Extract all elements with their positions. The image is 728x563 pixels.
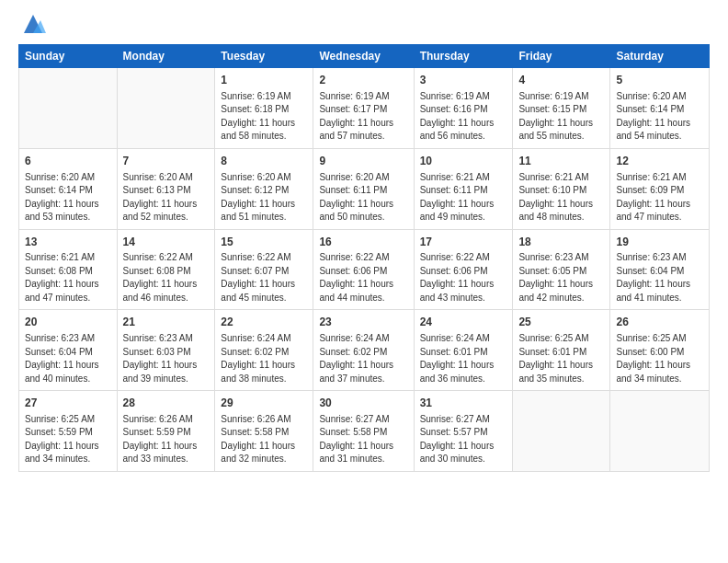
- day-number: 21: [123, 315, 210, 330]
- week-row-1: 1Sunrise: 6:19 AM Sunset: 6:18 PM Daylig…: [19, 68, 710, 149]
- day-cell: 8Sunrise: 6:20 AM Sunset: 6:12 PM Daylig…: [215, 148, 313, 229]
- day-number: 29: [221, 396, 307, 411]
- day-info: Sunrise: 6:20 AM Sunset: 6:14 PM Dayligh…: [616, 90, 703, 144]
- day-cell: 9Sunrise: 6:20 AM Sunset: 6:11 PM Daylig…: [313, 148, 414, 229]
- day-number: 23: [319, 315, 407, 330]
- weekday-header-row: Sunday Monday Tuesday Wednesday Thursday…: [19, 45, 710, 68]
- day-number: 31: [420, 396, 507, 411]
- day-cell: 3Sunrise: 6:19 AM Sunset: 6:16 PM Daylig…: [414, 68, 513, 149]
- week-row-5: 27Sunrise: 6:25 AM Sunset: 5:59 PM Dayli…: [19, 391, 710, 472]
- day-cell: 10Sunrise: 6:21 AM Sunset: 6:11 PM Dayli…: [414, 148, 513, 229]
- day-number: 14: [123, 235, 210, 250]
- day-info: Sunrise: 6:27 AM Sunset: 5:58 PM Dayligh…: [319, 413, 407, 466]
- day-info: Sunrise: 6:27 AM Sunset: 5:57 PM Dayligh…: [420, 413, 507, 466]
- header-friday: Friday: [513, 45, 610, 68]
- header: [18, 15, 710, 37]
- header-tuesday: Tuesday: [215, 45, 313, 68]
- day-info: Sunrise: 6:22 AM Sunset: 6:08 PM Dayligh…: [123, 251, 210, 304]
- day-cell: 31Sunrise: 6:27 AM Sunset: 5:57 PM Dayli…: [414, 391, 513, 472]
- day-cell: 19Sunrise: 6:23 AM Sunset: 6:04 PM Dayli…: [610, 229, 710, 310]
- day-number: 12: [616, 154, 703, 169]
- day-info: Sunrise: 6:21 AM Sunset: 6:10 PM Dayligh…: [518, 171, 604, 224]
- day-cell: 14Sunrise: 6:22 AM Sunset: 6:08 PM Dayli…: [117, 229, 215, 310]
- day-info: Sunrise: 6:19 AM Sunset: 6:17 PM Dayligh…: [319, 90, 407, 144]
- day-info: Sunrise: 6:22 AM Sunset: 6:06 PM Dayligh…: [319, 251, 407, 304]
- day-number: 3: [420, 73, 507, 88]
- week-row-3: 13Sunrise: 6:21 AM Sunset: 6:08 PM Dayli…: [19, 229, 710, 310]
- day-info: Sunrise: 6:19 AM Sunset: 6:18 PM Dayligh…: [221, 90, 307, 144]
- day-number: 1: [221, 73, 307, 88]
- day-cell: 4Sunrise: 6:19 AM Sunset: 6:15 PM Daylig…: [513, 68, 610, 149]
- day-cell: 16Sunrise: 6:22 AM Sunset: 6:06 PM Dayli…: [313, 229, 414, 310]
- day-info: Sunrise: 6:20 AM Sunset: 6:13 PM Dayligh…: [123, 171, 210, 224]
- day-number: 24: [420, 315, 507, 330]
- day-cell: 5Sunrise: 6:20 AM Sunset: 6:14 PM Daylig…: [610, 68, 710, 149]
- day-info: Sunrise: 6:23 AM Sunset: 6:04 PM Dayligh…: [25, 332, 111, 385]
- header-sunday: Sunday: [19, 45, 118, 68]
- day-info: Sunrise: 6:19 AM Sunset: 6:16 PM Dayligh…: [420, 90, 507, 144]
- day-info: Sunrise: 6:22 AM Sunset: 6:06 PM Dayligh…: [420, 251, 507, 304]
- day-cell: [513, 391, 610, 472]
- day-info: Sunrise: 6:23 AM Sunset: 6:05 PM Dayligh…: [518, 251, 604, 304]
- day-number: 22: [221, 315, 307, 330]
- day-number: 4: [518, 73, 604, 88]
- day-cell: 7Sunrise: 6:20 AM Sunset: 6:13 PM Daylig…: [117, 148, 215, 229]
- day-number: 28: [123, 396, 210, 411]
- day-number: 10: [420, 154, 507, 169]
- day-number: 5: [616, 73, 703, 88]
- day-cell: 18Sunrise: 6:23 AM Sunset: 6:05 PM Dayli…: [513, 229, 610, 310]
- day-cell: 23Sunrise: 6:24 AM Sunset: 6:02 PM Dayli…: [313, 310, 414, 391]
- day-number: 16: [319, 235, 407, 250]
- day-info: Sunrise: 6:19 AM Sunset: 6:15 PM Dayligh…: [518, 90, 604, 144]
- day-cell: [117, 68, 215, 149]
- header-wednesday: Wednesday: [313, 45, 414, 68]
- day-cell: 21Sunrise: 6:23 AM Sunset: 6:03 PM Dayli…: [117, 310, 215, 391]
- day-cell: 20Sunrise: 6:23 AM Sunset: 6:04 PM Dayli…: [19, 310, 118, 391]
- day-info: Sunrise: 6:24 AM Sunset: 6:01 PM Dayligh…: [420, 332, 507, 385]
- day-cell: 30Sunrise: 6:27 AM Sunset: 5:58 PM Dayli…: [313, 391, 414, 472]
- header-saturday: Saturday: [610, 45, 710, 68]
- logo: [18, 15, 46, 37]
- day-number: 26: [616, 315, 703, 330]
- day-info: Sunrise: 6:20 AM Sunset: 6:12 PM Dayligh…: [221, 171, 307, 224]
- day-number: 8: [221, 154, 307, 169]
- day-cell: 28Sunrise: 6:26 AM Sunset: 5:59 PM Dayli…: [117, 391, 215, 472]
- day-info: Sunrise: 6:21 AM Sunset: 6:09 PM Dayligh…: [616, 171, 703, 224]
- day-cell: [610, 391, 710, 472]
- day-cell: 22Sunrise: 6:24 AM Sunset: 6:02 PM Dayli…: [215, 310, 313, 391]
- day-info: Sunrise: 6:23 AM Sunset: 6:03 PM Dayligh…: [123, 332, 210, 385]
- day-info: Sunrise: 6:24 AM Sunset: 6:02 PM Dayligh…: [221, 332, 307, 385]
- day-cell: 29Sunrise: 6:26 AM Sunset: 5:58 PM Dayli…: [215, 391, 313, 472]
- day-number: 2: [319, 73, 407, 88]
- page: Sunday Monday Tuesday Wednesday Thursday…: [0, 0, 728, 563]
- day-cell: 11Sunrise: 6:21 AM Sunset: 6:10 PM Dayli…: [513, 148, 610, 229]
- day-info: Sunrise: 6:25 AM Sunset: 5:59 PM Dayligh…: [25, 413, 111, 466]
- day-info: Sunrise: 6:22 AM Sunset: 6:07 PM Dayligh…: [221, 251, 307, 304]
- day-info: Sunrise: 6:20 AM Sunset: 6:14 PM Dayligh…: [25, 171, 111, 224]
- header-thursday: Thursday: [414, 45, 513, 68]
- day-info: Sunrise: 6:24 AM Sunset: 6:02 PM Dayligh…: [319, 332, 407, 385]
- calendar: Sunday Monday Tuesday Wednesday Thursday…: [18, 44, 710, 472]
- day-number: 27: [25, 396, 111, 411]
- day-cell: 6Sunrise: 6:20 AM Sunset: 6:14 PM Daylig…: [19, 148, 118, 229]
- day-number: 17: [420, 235, 507, 250]
- day-number: 13: [25, 235, 111, 250]
- day-number: 7: [123, 154, 210, 169]
- day-info: Sunrise: 6:26 AM Sunset: 5:59 PM Dayligh…: [123, 413, 210, 466]
- day-number: 25: [518, 315, 604, 330]
- day-info: Sunrise: 6:21 AM Sunset: 6:11 PM Dayligh…: [420, 171, 507, 224]
- day-number: 19: [616, 235, 703, 250]
- day-info: Sunrise: 6:26 AM Sunset: 5:58 PM Dayligh…: [221, 413, 307, 466]
- day-cell: 27Sunrise: 6:25 AM Sunset: 5:59 PM Dayli…: [19, 391, 118, 472]
- day-info: Sunrise: 6:20 AM Sunset: 6:11 PM Dayligh…: [319, 171, 407, 224]
- header-monday: Monday: [117, 45, 215, 68]
- day-info: Sunrise: 6:25 AM Sunset: 6:01 PM Dayligh…: [518, 332, 604, 385]
- logo-icon: [20, 11, 46, 37]
- day-cell: 2Sunrise: 6:19 AM Sunset: 6:17 PM Daylig…: [313, 68, 414, 149]
- day-number: 20: [25, 315, 111, 330]
- day-cell: 24Sunrise: 6:24 AM Sunset: 6:01 PM Dayli…: [414, 310, 513, 391]
- day-number: 30: [319, 396, 407, 411]
- day-number: 11: [518, 154, 604, 169]
- day-number: 9: [319, 154, 407, 169]
- day-info: Sunrise: 6:23 AM Sunset: 6:04 PM Dayligh…: [616, 251, 703, 304]
